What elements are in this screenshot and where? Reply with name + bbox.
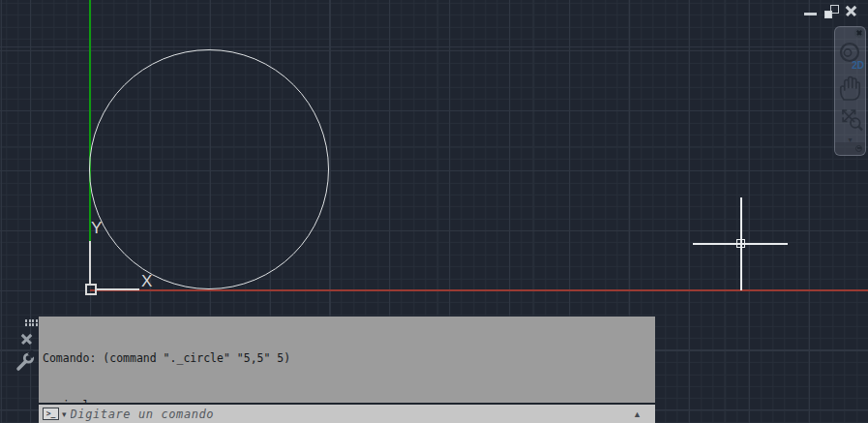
history-scroll-up-icon[interactable]: ▲: [633, 410, 642, 419]
pan-hand-icon: [838, 75, 861, 102]
recent-commands-caret-icon[interactable]: ▾: [62, 409, 67, 419]
command-history[interactable]: Comando: (command "._circle" "5,5" 5) ._…: [39, 317, 655, 403]
command-prompt-icon[interactable]: >_: [43, 408, 59, 420]
pickbox: [736, 239, 745, 248]
navigation-bar: 2D ▾: [834, 26, 866, 156]
wheel-2d-label: 2D: [852, 60, 864, 71]
minimize-button[interactable]: [804, 13, 817, 15]
navbar-footer: [835, 142, 865, 155]
pan-button[interactable]: [838, 75, 864, 104]
command-input-row: >_ ▾ ▲: [39, 403, 655, 423]
command-input[interactable]: [71, 408, 651, 421]
wrench-icon: [15, 350, 37, 373]
command-panel-close-button[interactable]: [20, 333, 33, 346]
x-axis-line: [90, 289, 868, 291]
zoom-extents-icon: [838, 105, 864, 134]
ucs-y-label: Y: [91, 220, 102, 236]
restore-button[interactable]: [824, 5, 839, 18]
ucs-origin-square: [85, 284, 97, 295]
ucs-y-arm: [89, 241, 91, 285]
drawing-canvas[interactable]: X Y 2D: [0, 0, 868, 423]
zoom-button[interactable]: [838, 105, 864, 136]
y-axis-line: [89, 0, 91, 242]
command-panel-settings-button[interactable]: [15, 350, 37, 373]
window-controls: [798, 0, 868, 25]
ucs-x-label: X: [141, 273, 152, 289]
ucs-x-arm: [96, 288, 139, 290]
command-history-line: Comando: (command "._circle" "5,5" 5): [43, 350, 655, 366]
circle-entity[interactable]: [89, 49, 329, 289]
command-window: Comando: (command "._circle" "5,5" 5) ._…: [39, 316, 655, 423]
steering-wheel-2d-button[interactable]: 2D: [838, 41, 864, 72]
navbar-customize-button[interactable]: [855, 145, 862, 152]
navbar-close-button[interactable]: [854, 28, 864, 38]
restore-icon-front: [824, 11, 832, 18]
close-button[interactable]: [844, 4, 858, 18]
